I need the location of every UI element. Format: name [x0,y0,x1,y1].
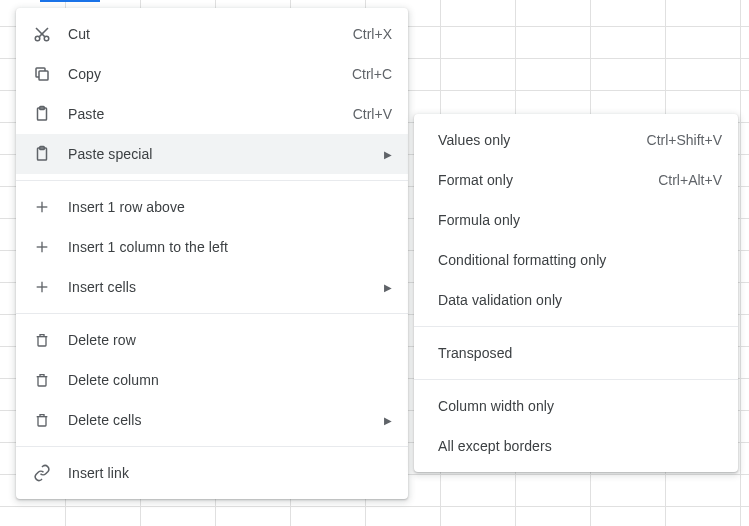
menu-separator [16,446,408,447]
menu-item-label: All except borders [438,438,722,454]
submenu-item-values-only[interactable]: Values only Ctrl+Shift+V [414,120,738,160]
menu-item-insert-column-left[interactable]: Insert 1 column to the left [16,227,408,267]
submenu-item-data-validation-only[interactable]: Data validation only [414,280,738,320]
link-icon [32,463,52,483]
menu-item-insert-link[interactable]: Insert link [16,453,408,493]
menu-item-label: Conditional formatting only [438,252,722,268]
submenu-item-conditional-formatting-only[interactable]: Conditional formatting only [414,240,738,280]
menu-item-insert-row-above[interactable]: Insert 1 row above [16,187,408,227]
submenu-arrow-icon: ▶ [382,282,392,293]
menu-item-label: Insert link [68,465,392,481]
menu-separator [16,180,408,181]
menu-item-label: Transposed [438,345,722,361]
menu-item-label: Delete row [68,332,392,348]
menu-item-shortcut: Ctrl+Shift+V [647,132,722,148]
submenu-item-column-width-only[interactable]: Column width only [414,386,738,426]
paste-icon [32,144,52,164]
menu-item-copy[interactable]: Copy Ctrl+C [16,54,408,94]
plus-icon [32,277,52,297]
submenu-item-all-except-borders[interactable]: All except borders [414,426,738,466]
paste-icon [32,104,52,124]
menu-item-label: Cut [68,26,337,42]
menu-item-label: Data validation only [438,292,722,308]
menu-item-label: Format only [438,172,642,188]
menu-item-paste-special[interactable]: Paste special ▶ [16,134,408,174]
menu-item-label: Insert 1 column to the left [68,239,392,255]
menu-item-insert-cells[interactable]: Insert cells ▶ [16,267,408,307]
plus-icon [32,197,52,217]
menu-separator [414,326,738,327]
svg-rect-4 [39,71,48,80]
context-menu: Cut Ctrl+X Copy Ctrl+C Paste Ctrl+V [16,8,408,499]
menu-item-shortcut: Ctrl+V [353,106,392,122]
menu-item-delete-cells[interactable]: Delete cells ▶ [16,400,408,440]
svg-point-0 [35,36,40,41]
menu-item-paste[interactable]: Paste Ctrl+V [16,94,408,134]
menu-item-label: Paste [68,106,337,122]
menu-item-delete-column[interactable]: Delete column [16,360,408,400]
menu-separator [414,379,738,380]
paste-special-submenu: Values only Ctrl+Shift+V Format only Ctr… [414,114,738,472]
trash-icon [32,410,52,430]
menu-item-label: Paste special [68,146,370,162]
submenu-arrow-icon: ▶ [382,149,392,160]
menu-item-shortcut: Ctrl+Alt+V [658,172,722,188]
menu-item-label: Values only [438,132,631,148]
selected-cell-indicator [40,0,100,2]
menu-item-delete-row[interactable]: Delete row [16,320,408,360]
menu-item-label: Insert cells [68,279,370,295]
svg-point-1 [44,36,49,41]
menu-item-label: Insert 1 row above [68,199,392,215]
submenu-arrow-icon: ▶ [382,415,392,426]
menu-item-label: Delete cells [68,412,370,428]
menu-item-label: Column width only [438,398,722,414]
trash-icon [32,330,52,350]
submenu-item-transposed[interactable]: Transposed [414,333,738,373]
menu-item-label: Copy [68,66,336,82]
menu-item-label: Formula only [438,212,722,228]
copy-icon [32,64,52,84]
submenu-item-formula-only[interactable]: Formula only [414,200,738,240]
menu-item-shortcut: Ctrl+X [353,26,392,42]
menu-separator [16,313,408,314]
menu-item-label: Delete column [68,372,392,388]
plus-icon [32,237,52,257]
submenu-item-format-only[interactable]: Format only Ctrl+Alt+V [414,160,738,200]
menu-item-shortcut: Ctrl+C [352,66,392,82]
menu-item-cut[interactable]: Cut Ctrl+X [16,14,408,54]
trash-icon [32,370,52,390]
cut-icon [32,24,52,44]
